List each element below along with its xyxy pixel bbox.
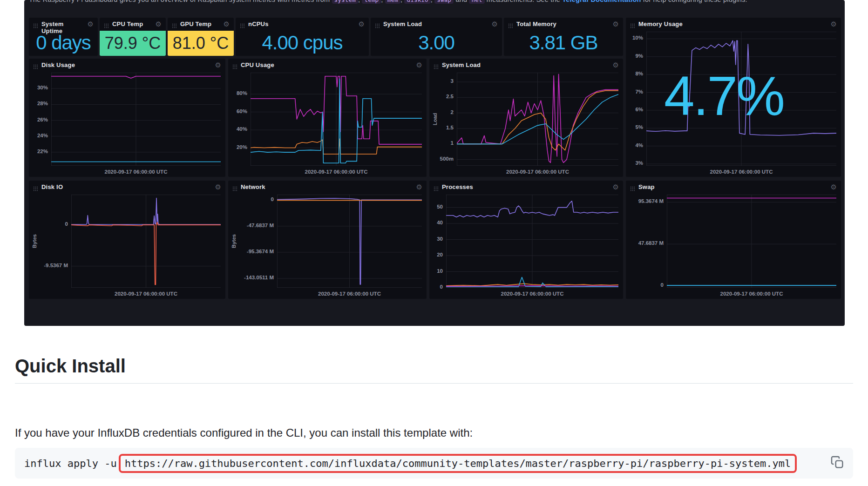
y-axis-tick: 30% bbox=[37, 85, 48, 90]
gear-icon[interactable]: ⚙ bbox=[831, 21, 837, 27]
x-axis-label: 2020-09-17 06:00:00 UTC bbox=[457, 169, 618, 175]
drag-handle-icon[interactable] bbox=[434, 63, 439, 71]
panel-header: System Load⚙ bbox=[429, 59, 623, 71]
x-axis-label: 2020-09-17 06:00:00 UTC bbox=[277, 291, 422, 297]
y-axis-tick: 2.5 bbox=[446, 94, 454, 99]
panel-header: CPU Temp⚙ bbox=[100, 18, 166, 30]
drag-handle-icon[interactable] bbox=[232, 185, 237, 193]
section-heading: Quick Install bbox=[15, 356, 853, 384]
gear-icon[interactable]: ⚙ bbox=[215, 62, 221, 68]
dashboard-screenshot: The Raspberry Pi dashboard gives you an … bbox=[24, 0, 845, 326]
y-axis-tick: 8% bbox=[635, 71, 643, 76]
line-chart bbox=[251, 73, 422, 166]
inline-code-chip: system bbox=[332, 0, 358, 4]
y-axis-tick: 10% bbox=[632, 35, 643, 40]
y-axis-tick: 10 bbox=[437, 268, 443, 274]
y-axis-tick: 3 bbox=[451, 78, 454, 84]
x-axis-label: 2020-09-17 06:00:00 UTC bbox=[646, 169, 836, 175]
y-axis: 0-47.6837 M-95.3674 M-143.0511 M bbox=[237, 195, 277, 288]
copy-button[interactable] bbox=[830, 455, 845, 471]
panel-header: Network⚙ bbox=[228, 181, 427, 193]
gear-icon[interactable]: ⚙ bbox=[88, 21, 94, 27]
stat-value: 3.00 bbox=[418, 32, 454, 54]
gear-icon[interactable]: ⚙ bbox=[613, 62, 619, 68]
line-chart bbox=[51, 73, 221, 166]
y-axis: 32.521.51500m bbox=[438, 73, 457, 166]
drag-handle-icon[interactable] bbox=[630, 185, 635, 193]
stat-value: 79.9 °C bbox=[105, 34, 161, 53]
panel-header: Processes⚙ bbox=[429, 181, 623, 193]
drag-handle-icon[interactable] bbox=[240, 22, 245, 30]
y-axis: 30%28%26%24%22% bbox=[31, 73, 51, 166]
gear-icon[interactable]: ⚙ bbox=[156, 21, 162, 27]
gear-icon[interactable]: ⚙ bbox=[492, 21, 498, 27]
panel-cpu-usage: CPU Usage⚙80%60%40%20%2020-09-17 06:00:0… bbox=[228, 59, 427, 177]
panel-title: Swap bbox=[638, 184, 655, 191]
y-axis-tick: 80% bbox=[237, 90, 247, 96]
drag-handle-icon[interactable] bbox=[232, 63, 237, 71]
gear-icon[interactable]: ⚙ bbox=[359, 21, 365, 27]
drag-handle-icon[interactable] bbox=[630, 22, 635, 30]
y-axis-title: Bytes bbox=[230, 195, 237, 288]
panel-title: System Load bbox=[383, 21, 422, 28]
panel-ncpus: nCPUs⚙4.00 cpus bbox=[236, 18, 369, 56]
chart-body: Bytes0-9.5367 M bbox=[31, 195, 221, 288]
y-axis-tick: 40% bbox=[237, 126, 247, 132]
drag-handle-icon[interactable] bbox=[33, 22, 38, 30]
x-axis-label: 2020-09-17 06:00:00 UTC bbox=[71, 291, 221, 297]
y-axis-tick: 7% bbox=[635, 89, 643, 94]
panel-title: nCPUs bbox=[248, 21, 269, 28]
github-readme-page: The Raspberry Pi dashboard gives you an … bbox=[0, 0, 868, 486]
line-chart bbox=[71, 195, 221, 288]
panel-title: Network bbox=[241, 184, 265, 191]
y-axis-tick: 1 bbox=[451, 140, 454, 146]
telegraf-docs-link[interactable]: Telegraf Documentation bbox=[562, 0, 641, 3]
drag-handle-icon[interactable] bbox=[172, 22, 177, 30]
y-axis-tick: -47.6837 M bbox=[247, 223, 274, 228]
drag-handle-icon[interactable] bbox=[33, 63, 38, 71]
y-axis-tick: 4% bbox=[635, 142, 643, 148]
drag-handle-icon[interactable] bbox=[104, 22, 109, 30]
gear-icon[interactable]: ⚙ bbox=[224, 21, 230, 27]
inline-code-chip: mem bbox=[385, 0, 400, 4]
panel-system-uptime: System Uptime⚙0 days bbox=[29, 18, 98, 56]
y-axis-tick: 50 bbox=[437, 204, 443, 209]
panel-network: Network⚙Bytes0-47.6837 M-95.3674 M-143.0… bbox=[228, 181, 427, 299]
panel-disk-io: Disk IO⚙Bytes0-9.5367 M2020-09-17 06:00:… bbox=[29, 181, 225, 299]
y-axis-tick: 5% bbox=[635, 124, 643, 130]
drag-handle-icon[interactable] bbox=[508, 22, 513, 30]
x-axis-label: 2020-09-17 06:00:00 UTC bbox=[251, 169, 422, 175]
panel-title: Total Memory bbox=[516, 21, 556, 28]
y-axis-tick: 1.5 bbox=[446, 125, 454, 130]
stat-body: 81.0 °C bbox=[168, 31, 234, 56]
panel-header: nCPUs⚙ bbox=[236, 18, 369, 30]
panel-header: Total Memory⚙ bbox=[504, 18, 623, 30]
y-axis-tick: 40 bbox=[437, 220, 443, 225]
panel-title: CPU Temp bbox=[112, 21, 143, 28]
y-axis-tick: 22% bbox=[37, 148, 48, 154]
drag-handle-icon[interactable] bbox=[375, 22, 380, 30]
gear-icon[interactable]: ⚙ bbox=[215, 184, 221, 190]
gear-icon[interactable]: ⚙ bbox=[416, 184, 422, 190]
url-highlight-box: https://raw.githubusercontent.com/influx… bbox=[119, 454, 797, 473]
intro-paragraph: The Raspberry Pi dashboard gives you an … bbox=[29, 0, 841, 3]
y-axis-tick: 500m bbox=[440, 156, 454, 162]
chart-body: 80%60%40%20% bbox=[230, 73, 422, 166]
panel-disk-usage: Disk Usage⚙30%28%26%24%22%2020-09-17 06:… bbox=[29, 59, 225, 177]
gear-icon[interactable]: ⚙ bbox=[831, 184, 837, 190]
drag-handle-icon[interactable] bbox=[33, 185, 38, 193]
y-axis-tick: -9.5367 M bbox=[44, 263, 68, 268]
inline-code-chip: swap bbox=[434, 0, 454, 4]
gear-icon[interactable]: ⚙ bbox=[416, 62, 422, 68]
panel-title: Processes bbox=[442, 184, 473, 191]
gear-icon[interactable]: ⚙ bbox=[613, 184, 619, 190]
y-axis-tick: 0 bbox=[271, 196, 274, 202]
stat-value: 3.81 GB bbox=[529, 32, 597, 54]
y-axis-tick: -95.3674 M bbox=[247, 249, 274, 254]
panel-header: Disk IO⚙ bbox=[29, 181, 225, 193]
panel-header: System Load⚙ bbox=[371, 18, 502, 30]
y-axis-tick: 20 bbox=[437, 252, 443, 257]
x-axis-label: 2020-09-17 06:00:00 UTC bbox=[446, 291, 618, 297]
gear-icon[interactable]: ⚙ bbox=[613, 21, 619, 27]
drag-handle-icon[interactable] bbox=[434, 185, 439, 193]
